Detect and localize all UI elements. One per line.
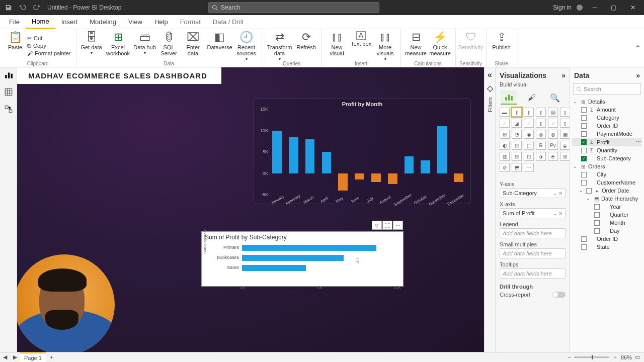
visual-type-5[interactable]: ⫿ [560,108,570,117]
legend-well[interactable]: Add data fields here [500,228,566,238]
page-next-icon[interactable]: ▶ [10,354,20,360]
cut-button[interactable]: ✂ Cut [27,35,71,42]
format-painter-button[interactable]: 🖌 Format painter [27,50,71,56]
field-row[interactable]: ✓ΣProfit⋯ [572,138,642,146]
close-button[interactable]: ✕ [626,1,640,15]
save-icon[interactable] [5,4,12,11]
tooltips-well[interactable]: Add data fields here [500,268,566,279]
filters-pane-collapsed[interactable]: « ◇ Filters [484,67,495,352]
visual-type-3[interactable]: ⫿ [536,108,546,117]
visual-filter-icon[interactable]: ▽ [372,221,382,230]
field-row[interactable]: ✓Sub-Category [572,154,642,162]
visual-type-28[interactable]: ⬘ [548,152,558,161]
field-row[interactable]: State [572,243,642,251]
report-view-icon[interactable] [4,70,13,79]
tab-file[interactable]: File [3,15,26,29]
data-view-icon[interactable] [4,87,13,97]
field-row[interactable]: ΣQuantity [572,146,642,154]
report-canvas[interactable]: MADHAV ECOMMERCE SALES DASHBOARD Profit … [17,67,484,352]
field-row[interactable]: Quarter [572,211,642,219]
visual-type-26[interactable]: ⊡ [524,152,534,161]
field-row[interactable]: Order ID [572,235,642,243]
field-row[interactable]: Order ID [572,122,642,130]
xaxis-well[interactable]: Sum of Profit⌄✕ [500,208,566,218]
visual-type-17[interactable]: ▦ [560,130,570,139]
redo-icon[interactable] [33,4,40,11]
visual-type-9[interactable]: ⫿ [536,119,546,128]
visual-type-23[interactable]: ⬙ [560,141,570,150]
visual-type-27[interactable]: ⬗ [536,152,546,161]
minimize-button[interactable]: ─ [588,1,602,15]
ribbon-collapse-icon[interactable]: ⌃ [634,43,641,53]
tab-home[interactable]: Home [26,15,55,29]
visual-type-16[interactable]: ◍ [548,130,558,139]
field-row[interactable]: ⌄⬒Date Hierarchy [572,195,642,203]
visual-type-12[interactable]: ⊞ [500,130,510,139]
visual-type-14[interactable]: ◉ [524,130,534,139]
yaxis-well[interactable]: Sub-Category⌄✕ [500,188,566,198]
visual-type-31[interactable]: ⬒ [512,163,522,172]
visual-type-6[interactable]: ⟋ [500,119,510,128]
visual-type-10[interactable]: ⟋ [548,119,558,128]
cross-report-toggle[interactable] [552,292,566,298]
visual-type-15[interactable]: ◎ [536,130,546,139]
maximize-button[interactable]: ▢ [607,1,621,15]
field-row[interactable]: CustomerName [572,178,642,187]
visual-type-1[interactable]: ⫿ [512,108,522,117]
field-row[interactable]: PaymentMode [572,130,642,138]
visual-type-20[interactable]: ⬚ [524,141,534,150]
visual-type-19[interactable]: ⊡ [512,141,522,150]
visual-type-7[interactable]: ◢ [512,119,522,128]
page-prev-icon[interactable]: ◀ [0,354,10,360]
visual-type-30[interactable]: ⊘ [500,163,510,172]
model-view-icon[interactable] [4,105,13,114]
tab-view[interactable]: View [122,15,148,29]
field-row[interactable]: ⌄⊞Details [572,98,642,106]
field-row[interactable]: Month [572,219,642,227]
global-search[interactable]: Search [208,2,379,13]
profit-by-month-chart[interactable]: Profit by Month 15K10K5K0K-5KJanuaryFebr… [254,99,471,204]
field-row[interactable]: Day [572,227,642,235]
tab-format[interactable]: Format [174,15,207,29]
visual-more-icon[interactable]: ⋯ [393,221,403,230]
visual-type-25[interactable]: ⊟ [512,152,522,161]
field-row[interactable]: City [572,170,642,178]
visual-type-22[interactable]: Py [548,141,558,150]
format-visual-tab[interactable]: 🖌 [524,90,540,105]
tab-help[interactable]: Help [148,15,174,29]
visual-type-0[interactable]: ▬ [500,108,510,117]
expand-icon[interactable]: » [561,71,566,79]
profit-by-subcategory-chart[interactable]: ▽ ⛶ ⋯ Sum of Profit by Sub-Category Sub-… [201,231,404,287]
page-tab[interactable]: Page 1 [20,352,46,362]
visual-type-4[interactable]: ▤ [548,108,558,117]
visual-type-8[interactable]: ⟋ [524,119,534,128]
signin-button[interactable]: Sign in [553,4,572,11]
visual-type-2[interactable]: ⫿ [524,108,534,117]
expand-icon[interactable]: » [636,71,640,79]
analytics-tab[interactable]: 🔍 [547,90,563,105]
field-row[interactable]: Year [572,203,642,211]
visual-type-11[interactable]: ⫿ [560,119,570,128]
tab-modeling[interactable]: Modeling [84,15,122,29]
visual-type-32[interactable]: ⋯ [524,163,534,172]
field-row[interactable]: ΣAmount [572,106,642,114]
fit-page-icon[interactable]: ▭ [635,354,640,360]
visual-type-21[interactable]: R [536,141,546,150]
copy-button[interactable]: ⧉ Copy [27,43,71,49]
zoom-slider[interactable] [574,356,609,358]
tab-insert[interactable]: Insert [55,15,84,29]
visual-focus-icon[interactable]: ⛶ [382,221,392,230]
data-search[interactable]: Search [573,83,641,95]
zoom-out-icon[interactable]: − [568,354,571,360]
undo-icon[interactable] [19,4,26,11]
tab-datadrill[interactable]: Data / Drill [207,15,250,29]
add-page-button[interactable]: ＋ [46,353,57,361]
smallmult-well[interactable]: Add data fields here [500,248,566,258]
build-visual-tab[interactable] [501,90,517,105]
avatar-icon[interactable] [577,5,583,11]
visual-type-13[interactable]: ◔ [512,130,522,139]
zoom-in-icon[interactable]: ＋ [612,353,618,361]
visual-type-18[interactable]: ◐ [500,141,510,150]
visual-type-24[interactable]: ▥ [500,152,510,161]
visual-type-29[interactable]: ⊞ [560,152,570,161]
